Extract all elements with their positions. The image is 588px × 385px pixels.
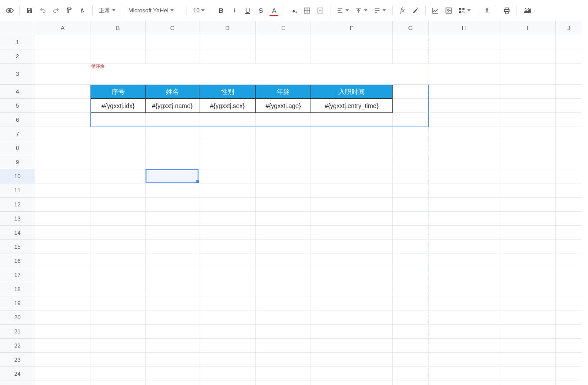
cell-D2[interactable]: [199, 49, 256, 64]
cell-F2[interactable]: [311, 49, 393, 64]
cell-H17[interactable]: [429, 268, 499, 282]
cell-E23[interactable]: [256, 353, 311, 367]
cell-A14[interactable]: [35, 226, 90, 240]
cell-J1[interactable]: [556, 35, 582, 49]
cell-B14[interactable]: [90, 226, 146, 240]
cell-B23[interactable]: [90, 353, 146, 367]
cell-J7[interactable]: [556, 127, 582, 141]
cell-F10[interactable]: [311, 169, 393, 183]
cell-F12[interactable]: [311, 198, 393, 212]
cell-B21[interactable]: [90, 325, 146, 339]
horizontal-align-button[interactable]: [334, 4, 352, 17]
cell-A3[interactable]: [35, 64, 90, 85]
cell-G13[interactable]: [393, 212, 429, 226]
cell-G22[interactable]: [393, 339, 429, 353]
cell-J9[interactable]: [556, 155, 582, 169]
table-data-3[interactable]: #{ygxxtj.age}: [256, 99, 311, 113]
clear-format-icon[interactable]: [76, 4, 89, 17]
fill-color-button[interactable]: [288, 4, 300, 17]
column-header-D[interactable]: D: [199, 21, 256, 35]
cell-B17[interactable]: [90, 268, 146, 282]
cell-C6[interactable]: [146, 113, 199, 127]
cell-D10[interactable]: [199, 169, 256, 183]
cell-G23[interactable]: [393, 353, 429, 367]
cell-H9[interactable]: [429, 155, 499, 169]
cell-E11[interactable]: [256, 183, 311, 198]
save-icon[interactable]: [23, 4, 36, 17]
cell-C10[interactable]: [146, 169, 199, 183]
cell-H23[interactable]: [429, 353, 499, 367]
cell-J22[interactable]: [556, 339, 582, 353]
cell-G14[interactable]: [393, 226, 429, 240]
cell-H10[interactable]: [429, 169, 499, 183]
cell-E24[interactable]: [256, 367, 311, 381]
cell-F9[interactable]: [311, 155, 393, 169]
cell-B7[interactable]: [90, 127, 146, 141]
cell-J11[interactable]: [556, 183, 582, 198]
cell-F8[interactable]: [311, 141, 393, 155]
cell-G19[interactable]: [393, 296, 429, 310]
row-header-2[interactable]: 2: [0, 49, 35, 64]
cell-D3[interactable]: [199, 64, 256, 85]
merge-cells-button[interactable]: [314, 4, 326, 17]
select-all-corner[interactable]: [0, 21, 35, 35]
cell-J16[interactable]: [556, 254, 582, 268]
cell-I3[interactable]: [499, 64, 556, 85]
table-header-1[interactable]: 姓名: [146, 85, 199, 99]
column-header-J[interactable]: J: [556, 21, 582, 35]
cell-J5[interactable]: [556, 99, 582, 113]
preview-icon[interactable]: [4, 4, 16, 17]
cell-B25[interactable]: [90, 381, 146, 385]
cell-C15[interactable]: [146, 240, 199, 254]
cell-J20[interactable]: [556, 310, 582, 325]
cell-H20[interactable]: [429, 310, 499, 325]
cell-B15[interactable]: [90, 240, 146, 254]
undo-icon[interactable]: [37, 4, 49, 17]
cell-G6[interactable]: [393, 113, 429, 127]
cell-A21[interactable]: [35, 325, 90, 339]
cell-A22[interactable]: [35, 339, 90, 353]
cell-B16[interactable]: [90, 254, 146, 268]
cell-F11[interactable]: [311, 183, 393, 198]
upload-button[interactable]: [481, 4, 493, 17]
text-wrap-button[interactable]: [371, 4, 389, 17]
cell-I17[interactable]: [499, 268, 556, 282]
cell-E20[interactable]: [256, 310, 311, 325]
cell-E12[interactable]: [256, 198, 311, 212]
cell-J3[interactable]: [556, 64, 582, 85]
cell-A20[interactable]: [35, 310, 90, 325]
cell-C13[interactable]: [146, 212, 199, 226]
row-header-3[interactable]: 3: [0, 64, 35, 85]
cell-B20[interactable]: [90, 310, 146, 325]
cell-A16[interactable]: [35, 254, 90, 268]
cell-C12[interactable]: [146, 198, 199, 212]
cell-D7[interactable]: [199, 127, 256, 141]
cell-E17[interactable]: [256, 268, 311, 282]
table-header-2[interactable]: 性别: [199, 85, 256, 99]
cell-I8[interactable]: [499, 141, 556, 155]
cell-G15[interactable]: [393, 240, 429, 254]
cell-G16[interactable]: [393, 254, 429, 268]
row-header-14[interactable]: 14: [0, 226, 35, 240]
cell-C25[interactable]: [146, 381, 199, 385]
cell-H14[interactable]: [429, 226, 499, 240]
cell-B24[interactable]: [90, 367, 146, 381]
row-header-20[interactable]: 20: [0, 310, 35, 325]
cell-E25[interactable]: [256, 381, 311, 385]
cell-J12[interactable]: [556, 198, 582, 212]
cell-B12[interactable]: [90, 198, 146, 212]
cell-J8[interactable]: [556, 141, 582, 155]
cell-A19[interactable]: [35, 296, 90, 310]
cell-J6[interactable]: [556, 113, 582, 127]
cell-F13[interactable]: [311, 212, 393, 226]
cell-C20[interactable]: [146, 310, 199, 325]
cell-G2[interactable]: [393, 49, 429, 64]
row-header-7[interactable]: 7: [0, 127, 35, 141]
cell-G18[interactable]: [393, 282, 429, 296]
cell-F19[interactable]: [311, 296, 393, 310]
row-header-11[interactable]: 11: [0, 183, 35, 198]
cell-E2[interactable]: [256, 49, 311, 64]
cell-G21[interactable]: [393, 325, 429, 339]
strikethrough-button[interactable]: S: [255, 4, 267, 17]
cell-I4[interactable]: [499, 85, 556, 99]
